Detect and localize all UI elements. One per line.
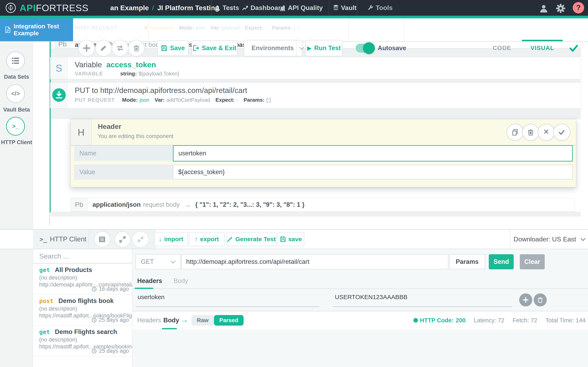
history-item[interactable]: get Demo Flights search (no description)…: [33, 325, 132, 356]
method-select[interactable]: GET: [136, 254, 181, 269]
brand-wordmark[interactable]: APIFORTRESS: [20, 2, 88, 13]
header-name-input[interactable]: [173, 145, 573, 161]
autosave-toggle[interactable]: [356, 44, 374, 53]
floppy-icon: [280, 236, 286, 242]
params-button[interactable]: Params: [449, 254, 485, 269]
sidebar-item-data-sets[interactable]: [6, 51, 25, 70]
component-badge: Pb: [71, 198, 88, 211]
terminal-icon: >_: [12, 123, 19, 130]
nav-item-vault[interactable]: Vault: [333, 0, 356, 16]
play-icon: ▶: [307, 45, 311, 51]
user-account-button[interactable]: [539, 4, 548, 14]
raw-toggle[interactable]: Raw: [191, 315, 214, 325]
nav-item-tests[interactable]: Tests: [214, 0, 239, 16]
copy-icon: [512, 129, 519, 136]
breadcrumb-divider: /: [152, 4, 154, 12]
variable-name: access_token: [106, 60, 156, 69]
active-test-tab[interactable]: Integration Test Example: [0, 18, 73, 41]
tab-visual[interactable]: VISUAL: [530, 44, 554, 51]
generate-test-button[interactable]: Generate Test: [226, 232, 276, 246]
search-input[interactable]: [39, 252, 130, 260]
visual-tab-underline: [522, 40, 563, 41]
export-button[interactable]: ↑ export: [189, 232, 225, 246]
send-button[interactable]: Send: [489, 254, 514, 269]
confirm-edit-button[interactable]: [553, 124, 570, 141]
sidebar-label-vault-beta: Vault Beta: [0, 107, 33, 113]
tab-request-headers[interactable]: Headers: [137, 277, 162, 285]
environments-dropdown-toggle[interactable]: [297, 40, 306, 56]
help-button[interactable]: ?: [573, 2, 584, 13]
breadcrumb-project[interactable]: an Example: [110, 4, 149, 12]
put-request-title: PUT to http://demoapi.apifortress.com/ap…: [75, 86, 247, 95]
toggle-knob: [363, 42, 375, 54]
run-test-button[interactable]: ▶ Run Test: [305, 40, 343, 56]
toolbar-separator: [148, 18, 149, 41]
header-name-field[interactable]: [137, 293, 318, 301]
nav-item-dashboard[interactable]: Dashboard: [242, 0, 285, 16]
downloader-select[interactable]: Downloader: US East: [510, 230, 588, 249]
http-client-workspace: GET Params Send Clear Headers Body: [132, 249, 588, 367]
history-age: 25 days ago: [91, 317, 129, 323]
bar-chart-icon: [280, 5, 286, 11]
save-exit-button[interactable]: Save & Exit: [191, 40, 238, 56]
method-badge: post: [39, 298, 53, 304]
nav-separator: [357, 0, 357, 16]
put-request-component[interactable]: PUT to http://demoapi.apifortress.com/ap…: [50, 82, 581, 108]
nav-item-tools[interactable]: Tools: [367, 0, 393, 16]
settings-button[interactable]: [555, 3, 566, 14]
http-client-toolbar: >_ HTTP Client ↓ import ↑ export Generat…: [0, 229, 588, 249]
history-item[interactable]: post Demo flights book (no description) …: [33, 294, 132, 325]
nav-item-api-quality[interactable]: API Quality: [280, 0, 323, 16]
brand-accent-strip: [0, 16, 588, 18]
user-icon: [214, 5, 221, 11]
value-field-label: Value: [74, 165, 173, 180]
swap-arrows-icon: [116, 45, 124, 52]
import-button[interactable]: ↓ import: [154, 232, 188, 246]
history-list-button[interactable]: [94, 231, 110, 248]
edit-component-button[interactable]: [95, 40, 112, 57]
chevron-down-icon: [299, 45, 304, 50]
gear-icon: [555, 3, 566, 13]
component-gap: [51, 212, 581, 217]
variable-component[interactable]: S Variable access_token VARIABLE string:…: [50, 57, 581, 79]
environments-button[interactable]: Environments: [244, 40, 303, 56]
clear-button[interactable]: Clear: [520, 254, 545, 269]
plus-icon: [523, 297, 529, 303]
breadcrumb-test-name[interactable]: JI Platform Testing: [157, 4, 219, 12]
cancel-edit-button[interactable]: ×: [537, 124, 555, 141]
header-value-field[interactable]: [334, 293, 511, 301]
tab-response-body[interactable]: Body: [163, 317, 179, 324]
history-item[interactable]: get All Products (no description) http:/…: [33, 263, 132, 294]
nav-separator: [329, 0, 329, 16]
add-component-button[interactable]: [78, 40, 95, 57]
reorder-components-button[interactable]: [112, 40, 129, 57]
put-body-component[interactable]: Pb application/json request body → { "1"…: [70, 198, 575, 212]
tab-request-body[interactable]: Body: [173, 277, 188, 285]
save-button[interactable]: Save: [157, 40, 189, 56]
fortress-logo-icon[interactable]: [5, 2, 16, 14]
input-underline: [136, 307, 319, 307]
add-header-button[interactable]: [519, 293, 532, 307]
delete-test-button[interactable]: [128, 40, 145, 57]
history-panel: get All Products (no description) http:/…: [33, 249, 132, 367]
header-value-input[interactable]: [173, 165, 573, 179]
apply-check-button[interactable]: [569, 43, 579, 54]
url-input[interactable]: [181, 254, 448, 269]
clock-icon: [91, 317, 97, 323]
sidebar-item-vault-beta[interactable]: </>: [6, 84, 25, 103]
tab-code[interactable]: CODE: [490, 44, 514, 51]
plus-icon: [83, 44, 90, 52]
check-icon: [558, 129, 565, 136]
remove-header-button[interactable]: [534, 293, 547, 307]
tab-response-headers[interactable]: Headers: [137, 317, 161, 324]
response-status: HTTP Code: 200 Latency: 72 Fetch: 72 Tot…: [414, 311, 586, 329]
delete-component-button[interactable]: [522, 124, 539, 141]
duplicate-component-button[interactable]: [507, 124, 524, 141]
sidebar-item-http-client[interactable]: >_: [6, 117, 25, 136]
parsed-toggle[interactable]: Parsed: [214, 315, 243, 325]
client-save-button[interactable]: save: [278, 232, 304, 246]
editor-title: Header: [98, 123, 121, 131]
collapse-panel-button[interactable]: [132, 231, 149, 248]
expand-panel-button[interactable]: [114, 231, 131, 248]
http-code: HTTP Code: 200: [414, 317, 466, 324]
